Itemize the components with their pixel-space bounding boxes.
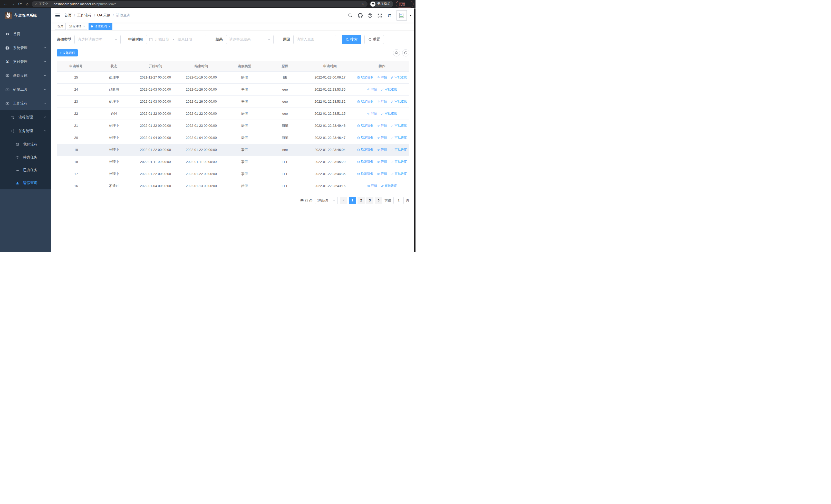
home-icon[interactable]: ⌂ <box>24 1 31 8</box>
cell-id: 18 <box>57 156 95 168</box>
date-range-input[interactable]: 开始日期 - 结束日期 <box>146 35 206 44</box>
cancel-leave-link[interactable]: 取消请假 <box>357 123 373 128</box>
plus-icon: + <box>60 51 62 55</box>
search-button[interactable]: 搜索 <box>342 35 361 44</box>
help-icon[interactable] <box>367 13 372 18</box>
table-row: 24 已取消 2022-01-03 00:00:00 2022-01-26 00… <box>57 83 409 95</box>
sidebar-collapse-icon[interactable] <box>55 13 60 18</box>
refresh-table-icon[interactable] <box>402 49 409 56</box>
detail-link[interactable]: 详情 <box>367 111 377 116</box>
approval-progress-link[interactable]: 审批进度 <box>381 111 397 116</box>
prev-page-icon[interactable] <box>340 197 347 204</box>
approval-progress-link[interactable]: 审批进度 <box>381 87 397 92</box>
cell-apply-time: 2022-01-22 23:44:35 <box>306 168 355 180</box>
detail-link[interactable]: 详情 <box>377 123 387 128</box>
action-label: 详情 <box>381 148 387 152</box>
browser-scrollbar[interactable] <box>414 8 416 252</box>
bookmark-star-icon[interactable]: ☆ <box>361 2 365 6</box>
reason-input[interactable]: 请输入原因 <box>293 35 336 44</box>
detail-link[interactable]: 详情 <box>377 148 387 152</box>
cancel-leave-link[interactable]: 取消请假 <box>357 75 373 80</box>
cancel-leave-link[interactable]: 取消请假 <box>357 159 373 164</box>
chevron-up-icon <box>44 101 47 106</box>
action-label: 详情 <box>371 111 377 116</box>
sidebar-item-process-mgmt[interactable]: 流程管理 <box>0 110 51 124</box>
approval-progress-link[interactable]: 审批进度 <box>391 136 407 140</box>
reset-button[interactable]: 重置 <box>365 35 384 44</box>
action-label: 详情 <box>371 184 377 188</box>
cell-leave-type: 事假 <box>224 83 265 95</box>
page-button-2[interactable]: 2 <box>357 197 365 204</box>
toggle-search-icon[interactable] <box>393 49 400 56</box>
next-page-icon[interactable] <box>375 197 382 204</box>
forward-icon[interactable]: → <box>9 1 17 8</box>
warning-icon: ⚠ <box>35 2 38 6</box>
approval-progress-link[interactable]: 审批进度 <box>391 75 407 80</box>
sidebar-item-todo-tasks[interactable]: 待办任务 <box>0 151 51 164</box>
approval-progress-link[interactable]: 审批进度 <box>381 184 397 188</box>
font-size-icon[interactable]: tT <box>387 13 392 18</box>
result-select[interactable]: 请选择流结果 <box>226 35 274 44</box>
breadcrumb-item[interactable]: 工作流程 <box>77 13 92 18</box>
page-button-1[interactable]: 1 <box>349 197 356 204</box>
cancel-leave-link[interactable]: 取消请假 <box>357 148 373 152</box>
fullscreen-icon[interactable] <box>377 13 382 18</box>
cell-start-time: 2022-01-22 00:00:00 <box>133 144 178 156</box>
tab-leave-query[interactable]: 请假查询 × <box>89 23 112 30</box>
browser-menu-icon[interactable]: ⋮ <box>407 2 411 6</box>
approval-progress-link[interactable]: 审批进度 <box>391 159 407 164</box>
detail-link[interactable]: 详情 <box>377 75 387 80</box>
caret-down-icon[interactable]: ▾ <box>410 14 411 17</box>
close-icon[interactable]: × <box>108 25 110 28</box>
detail-link[interactable]: 详情 <box>377 136 387 140</box>
back-icon[interactable]: ← <box>2 1 9 8</box>
approval-progress-link[interactable]: 审批进度 <box>391 123 407 128</box>
approval-progress-link[interactable]: 审批进度 <box>391 172 407 176</box>
cancel-leave-link[interactable]: 取消请假 <box>357 172 373 176</box>
sidebar-item-devtools[interactable]: 研发工具 <box>0 83 51 96</box>
sidebar-item-system[interactable]: 系统管理 <box>0 41 51 55</box>
sidebar-item-workflow[interactable]: 工作流程 <box>0 96 51 110</box>
breadcrumb-item[interactable]: 首页 <box>64 13 71 18</box>
close-icon[interactable]: × <box>83 25 85 28</box>
detail-link[interactable]: 详情 <box>367 184 377 188</box>
sidebar-item-infra[interactable]: 基础设施 <box>0 69 51 83</box>
approval-progress-link[interactable]: 审批进度 <box>391 99 407 104</box>
tab-home[interactable]: 首页 <box>55 23 66 30</box>
sidebar-item-done-tasks[interactable]: 已办任务 <box>0 164 51 177</box>
sidebar-item-my-process[interactable]: 我的流程 <box>0 138 51 151</box>
goto-page-input[interactable]: 1 <box>394 197 404 204</box>
approval-progress-link[interactable]: 审批进度 <box>391 148 407 152</box>
page-button-3[interactable]: 3 <box>366 197 373 204</box>
yen-icon: ¥ <box>5 60 9 64</box>
sidebar-item-task-mgmt[interactable]: 任务管理 <box>0 124 51 138</box>
incognito-label: 无痕模式 <box>377 2 390 6</box>
action-label: 取消请假 <box>361 148 373 152</box>
action-label: 详情 <box>381 159 387 164</box>
sidebar-item-leave-query[interactable]: 请假查询 <box>0 177 51 189</box>
create-leave-button[interactable]: + 发起请假 <box>57 49 78 56</box>
detail-link[interactable]: 详情 <box>377 159 387 164</box>
cell-start-time: 2021-12-27 00:00:00 <box>133 71 178 83</box>
sidebar-item-label: 工作流程 <box>13 101 27 106</box>
avatar[interactable] <box>397 10 407 21</box>
search-icon[interactable] <box>348 13 353 18</box>
github-icon[interactable] <box>357 13 363 18</box>
address-bar[interactable]: ⚠ 不安全 dashboard.yudao.iocoder.cn /bpm/oa… <box>32 1 368 7</box>
cancel-leave-link[interactable]: 取消请假 <box>357 136 373 140</box>
cancel-leave-link[interactable]: 取消请假 <box>357 99 373 104</box>
detail-link[interactable]: 详情 <box>377 99 387 104</box>
col-id: 申请编号 <box>57 61 95 71</box>
browser-update-button[interactable]: 更新 ⋮ <box>396 1 413 7</box>
leave-type-select[interactable]: 请选择请假类型 <box>75 35 121 44</box>
sidebar-item-home[interactable]: 首页 <box>0 27 51 41</box>
leave-type-label: 请假类型 <box>57 37 71 42</box>
breadcrumb-item[interactable]: OA 示例 <box>97 13 110 18</box>
detail-link[interactable]: 详情 <box>367 87 377 92</box>
detail-link[interactable]: 详情 <box>377 172 387 176</box>
sidebar-item-payment[interactable]: ¥ 支付管理 <box>0 55 51 69</box>
refresh-icon <box>368 38 372 41</box>
tab-process-detail[interactable]: 流程详情 × <box>67 23 87 30</box>
page-size-select[interactable]: 10条/页 <box>315 197 338 204</box>
reload-icon[interactable]: ⟳ <box>17 1 24 8</box>
